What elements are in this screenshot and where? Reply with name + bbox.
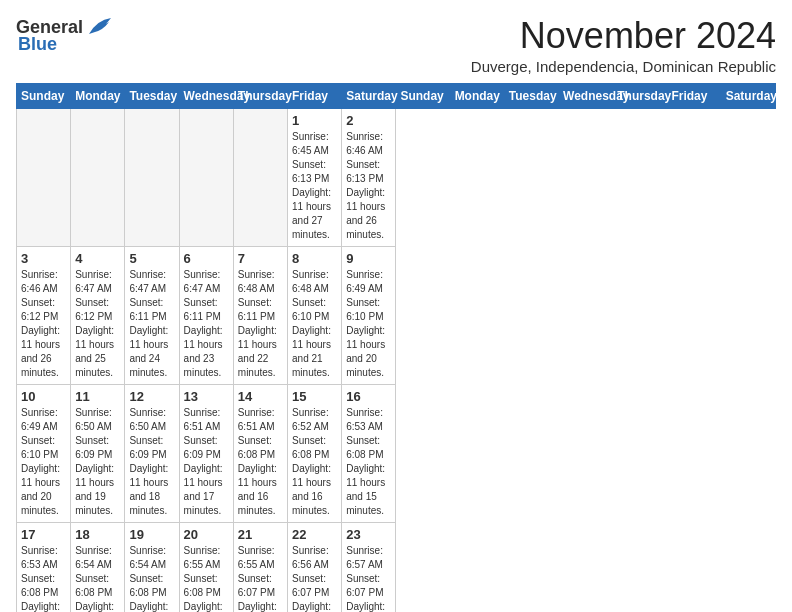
day-of-week-header: Saturday (721, 83, 775, 108)
calendar-cell: 11Sunrise: 6:50 AM Sunset: 6:09 PM Dayli… (71, 384, 125, 522)
calendar-cell: 16Sunrise: 6:53 AM Sunset: 6:08 PM Dayli… (342, 384, 396, 522)
calendar-week-row: 10Sunrise: 6:49 AM Sunset: 6:10 PM Dayli… (17, 384, 776, 522)
day-number: 15 (292, 389, 337, 404)
calendar-cell: 18Sunrise: 6:54 AM Sunset: 6:08 PM Dayli… (71, 522, 125, 612)
calendar-cell: 6Sunrise: 6:47 AM Sunset: 6:11 PM Daylig… (179, 246, 233, 384)
calendar-week-row: 17Sunrise: 6:53 AM Sunset: 6:08 PM Dayli… (17, 522, 776, 612)
calendar-cell: 23Sunrise: 6:57 AM Sunset: 6:07 PM Dayli… (342, 522, 396, 612)
day-info: Sunrise: 6:50 AM Sunset: 6:09 PM Dayligh… (129, 406, 174, 518)
day-of-week-header: Saturday (342, 83, 396, 108)
day-info: Sunrise: 6:45 AM Sunset: 6:13 PM Dayligh… (292, 130, 337, 242)
day-number: 7 (238, 251, 283, 266)
calendar-cell: 19Sunrise: 6:54 AM Sunset: 6:08 PM Dayli… (125, 522, 179, 612)
calendar-cell: 20Sunrise: 6:55 AM Sunset: 6:08 PM Dayli… (179, 522, 233, 612)
calendar-week-row: 3Sunrise: 6:46 AM Sunset: 6:12 PM Daylig… (17, 246, 776, 384)
day-number: 22 (292, 527, 337, 542)
day-info: Sunrise: 6:51 AM Sunset: 6:08 PM Dayligh… (238, 406, 283, 518)
day-number: 18 (75, 527, 120, 542)
calendar-cell: 15Sunrise: 6:52 AM Sunset: 6:08 PM Dayli… (288, 384, 342, 522)
day-number: 6 (184, 251, 229, 266)
day-number: 16 (346, 389, 391, 404)
day-number: 4 (75, 251, 120, 266)
day-info: Sunrise: 6:46 AM Sunset: 6:12 PM Dayligh… (21, 268, 66, 380)
day-of-week-header: Wednesday (559, 83, 613, 108)
day-info: Sunrise: 6:56 AM Sunset: 6:07 PM Dayligh… (292, 544, 337, 612)
day-number: 20 (184, 527, 229, 542)
day-number: 11 (75, 389, 120, 404)
day-of-week-header: Tuesday (504, 83, 558, 108)
day-number: 19 (129, 527, 174, 542)
calendar-cell (125, 108, 179, 246)
calendar-cell (179, 108, 233, 246)
calendar-cell: 14Sunrise: 6:51 AM Sunset: 6:08 PM Dayli… (233, 384, 287, 522)
day-info: Sunrise: 6:55 AM Sunset: 6:07 PM Dayligh… (238, 544, 283, 612)
day-info: Sunrise: 6:48 AM Sunset: 6:11 PM Dayligh… (238, 268, 283, 380)
day-info: Sunrise: 6:49 AM Sunset: 6:10 PM Dayligh… (346, 268, 391, 380)
calendar-cell: 8Sunrise: 6:48 AM Sunset: 6:10 PM Daylig… (288, 246, 342, 384)
day-number: 9 (346, 251, 391, 266)
day-info: Sunrise: 6:50 AM Sunset: 6:09 PM Dayligh… (75, 406, 120, 518)
day-info: Sunrise: 6:47 AM Sunset: 6:12 PM Dayligh… (75, 268, 120, 380)
day-info: Sunrise: 6:53 AM Sunset: 6:08 PM Dayligh… (346, 406, 391, 518)
calendar-cell: 4Sunrise: 6:47 AM Sunset: 6:12 PM Daylig… (71, 246, 125, 384)
day-of-week-header: Monday (450, 83, 504, 108)
logo: General Blue (16, 16, 113, 55)
day-number: 10 (21, 389, 66, 404)
day-number: 12 (129, 389, 174, 404)
day-of-week-header: Friday (288, 83, 342, 108)
calendar-cell: 2Sunrise: 6:46 AM Sunset: 6:13 PM Daylig… (342, 108, 396, 246)
calendar-cell: 9Sunrise: 6:49 AM Sunset: 6:10 PM Daylig… (342, 246, 396, 384)
day-info: Sunrise: 6:47 AM Sunset: 6:11 PM Dayligh… (129, 268, 174, 380)
day-of-week-header: Thursday (233, 83, 287, 108)
day-number: 5 (129, 251, 174, 266)
day-of-week-header: Monday (71, 83, 125, 108)
day-number: 1 (292, 113, 337, 128)
calendar-cell: 3Sunrise: 6:46 AM Sunset: 6:12 PM Daylig… (17, 246, 71, 384)
calendar-header-row: SundayMondayTuesdayWednesdayThursdayFrid… (17, 83, 776, 108)
day-info: Sunrise: 6:54 AM Sunset: 6:08 PM Dayligh… (129, 544, 174, 612)
day-of-week-header: Sunday (17, 83, 71, 108)
day-info: Sunrise: 6:57 AM Sunset: 6:07 PM Dayligh… (346, 544, 391, 612)
logo-blue-text: Blue (18, 34, 57, 55)
day-number: 2 (346, 113, 391, 128)
day-number: 23 (346, 527, 391, 542)
day-info: Sunrise: 6:49 AM Sunset: 6:10 PM Dayligh… (21, 406, 66, 518)
calendar-cell: 22Sunrise: 6:56 AM Sunset: 6:07 PM Dayli… (288, 522, 342, 612)
calendar-cell (17, 108, 71, 246)
calendar-cell: 10Sunrise: 6:49 AM Sunset: 6:10 PM Dayli… (17, 384, 71, 522)
calendar-cell: 13Sunrise: 6:51 AM Sunset: 6:09 PM Dayli… (179, 384, 233, 522)
day-info: Sunrise: 6:52 AM Sunset: 6:08 PM Dayligh… (292, 406, 337, 518)
calendar-cell: 21Sunrise: 6:55 AM Sunset: 6:07 PM Dayli… (233, 522, 287, 612)
day-info: Sunrise: 6:46 AM Sunset: 6:13 PM Dayligh… (346, 130, 391, 242)
day-number: 21 (238, 527, 283, 542)
calendar-week-row: 1Sunrise: 6:45 AM Sunset: 6:13 PM Daylig… (17, 108, 776, 246)
day-info: Sunrise: 6:55 AM Sunset: 6:08 PM Dayligh… (184, 544, 229, 612)
day-of-week-header: Friday (667, 83, 721, 108)
calendar-table: SundayMondayTuesdayWednesdayThursdayFrid… (16, 83, 776, 612)
location-subtitle: Duverge, Independencia, Dominican Republ… (471, 58, 776, 75)
day-of-week-header: Tuesday (125, 83, 179, 108)
day-info: Sunrise: 6:48 AM Sunset: 6:10 PM Dayligh… (292, 268, 337, 380)
calendar-cell: 12Sunrise: 6:50 AM Sunset: 6:09 PM Dayli… (125, 384, 179, 522)
title-block: November 2024 Duverge, Independencia, Do… (471, 16, 776, 75)
day-number: 8 (292, 251, 337, 266)
calendar-cell (71, 108, 125, 246)
day-number: 13 (184, 389, 229, 404)
calendar-cell: 17Sunrise: 6:53 AM Sunset: 6:08 PM Dayli… (17, 522, 71, 612)
day-info: Sunrise: 6:53 AM Sunset: 6:08 PM Dayligh… (21, 544, 66, 612)
day-info: Sunrise: 6:54 AM Sunset: 6:08 PM Dayligh… (75, 544, 120, 612)
day-number: 14 (238, 389, 283, 404)
calendar-cell (233, 108, 287, 246)
day-info: Sunrise: 6:51 AM Sunset: 6:09 PM Dayligh… (184, 406, 229, 518)
calendar-cell: 7Sunrise: 6:48 AM Sunset: 6:11 PM Daylig… (233, 246, 287, 384)
day-of-week-header: Wednesday (179, 83, 233, 108)
day-number: 17 (21, 527, 66, 542)
day-of-week-header: Sunday (396, 83, 450, 108)
month-title: November 2024 (471, 16, 776, 56)
day-of-week-header: Thursday (613, 83, 667, 108)
calendar-cell: 1Sunrise: 6:45 AM Sunset: 6:13 PM Daylig… (288, 108, 342, 246)
day-number: 3 (21, 251, 66, 266)
page-header: General Blue November 2024 Duverge, Inde… (16, 16, 776, 75)
calendar-cell: 5Sunrise: 6:47 AM Sunset: 6:11 PM Daylig… (125, 246, 179, 384)
day-info: Sunrise: 6:47 AM Sunset: 6:11 PM Dayligh… (184, 268, 229, 380)
